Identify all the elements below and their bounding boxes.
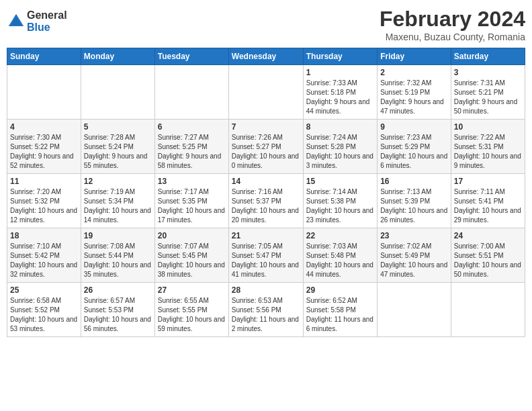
sunrise-text: Sunrise: 7:20 AM (10, 188, 61, 195)
day-number: 19 (84, 231, 152, 240)
calendar-week-3: 11Sunrise: 7:20 AMSunset: 5:32 PMDayligh… (7, 174, 525, 228)
daylight-text: Daylight: 10 hours and 35 minutes. (84, 261, 151, 278)
header-friday: Friday (378, 48, 451, 65)
sunrise-text: Sunrise: 7:22 AM (454, 134, 505, 141)
day-number: 9 (380, 122, 448, 132)
day-info: Sunrise: 7:02 AMSunset: 5:49 PMDaylight:… (380, 242, 448, 279)
calendar-cell: 4Sunrise: 7:30 AMSunset: 5:22 PMDaylight… (7, 120, 81, 174)
logo-general-text: General (27, 9, 67, 21)
day-info: Sunrise: 7:13 AMSunset: 5:39 PMDaylight:… (380, 187, 448, 225)
daylight-text: Daylight: 10 hours and 0 minutes. (232, 152, 299, 169)
calendar-table: Sunday Monday Tuesday Wednesday Thursday… (7, 48, 525, 337)
day-number: 21 (232, 231, 300, 240)
calendar-cell: 28Sunrise: 6:53 AMSunset: 5:56 PMDayligh… (228, 283, 303, 337)
calendar-week-2: 4Sunrise: 7:30 AMSunset: 5:22 PMDaylight… (7, 120, 525, 174)
daylight-text: Daylight: 10 hours and 20 minutes. (232, 207, 299, 224)
calendar-cell (154, 65, 228, 120)
header-monday: Monday (81, 48, 154, 65)
header-wednesday: Wednesday (228, 48, 303, 65)
calendar-cell: 11Sunrise: 7:20 AMSunset: 5:32 PMDayligh… (7, 174, 81, 228)
daylight-text: Daylight: 10 hours and 53 minutes. (10, 316, 77, 332)
sunrise-text: Sunrise: 6:57 AM (84, 297, 135, 304)
sunrise-text: Sunrise: 6:53 AM (232, 297, 283, 304)
day-number: 17 (454, 177, 522, 186)
calendar-cell (7, 65, 81, 120)
sunset-text: Sunset: 5:41 PM (454, 197, 504, 205)
calendar-cell: 14Sunrise: 7:16 AMSunset: 5:37 PMDayligh… (228, 174, 303, 228)
calendar-cell: 24Sunrise: 7:00 AMSunset: 5:51 PMDayligh… (451, 228, 525, 283)
day-number: 15 (306, 177, 374, 186)
calendar-week-5: 25Sunrise: 6:58 AMSunset: 5:52 PMDayligh… (7, 283, 525, 337)
calendar-cell: 13Sunrise: 7:17 AMSunset: 5:35 PMDayligh… (154, 174, 228, 228)
sunset-text: Sunset: 5:35 PM (158, 197, 208, 205)
day-info: Sunrise: 7:17 AMSunset: 5:35 PMDaylight:… (158, 187, 226, 225)
daylight-text: Daylight: 11 hours and 6 minutes. (306, 316, 373, 332)
day-number: 4 (10, 122, 78, 132)
sunset-text: Sunset: 5:24 PM (84, 143, 134, 150)
sunset-text: Sunset: 5:45 PM (158, 252, 208, 259)
sunset-text: Sunset: 5:49 PM (380, 252, 430, 259)
day-info: Sunrise: 6:53 AMSunset: 5:56 PMDaylight:… (232, 296, 300, 334)
sunset-text: Sunset: 5:58 PM (306, 306, 356, 314)
day-info: Sunrise: 7:11 AMSunset: 5:41 PMDaylight:… (454, 187, 522, 225)
month-title: February 2024 (380, 7, 525, 32)
daylight-text: Daylight: 9 hours and 52 minutes. (10, 152, 74, 169)
calendar-cell: 1Sunrise: 7:33 AMSunset: 5:18 PMDaylight… (303, 65, 377, 120)
calendar-cell: 7Sunrise: 7:26 AMSunset: 5:27 PMDaylight… (228, 120, 303, 174)
header-sunday: Sunday (7, 48, 81, 65)
calendar-week-4: 18Sunrise: 7:10 AMSunset: 5:42 PMDayligh… (7, 228, 525, 283)
header-saturday: Saturday (451, 48, 525, 65)
day-number: 12 (84, 177, 152, 186)
sunset-text: Sunset: 5:56 PM (232, 306, 281, 314)
header-tuesday: Tuesday (154, 48, 228, 65)
calendar-cell: 26Sunrise: 6:57 AMSunset: 5:53 PMDayligh… (81, 283, 154, 337)
daylight-text: Daylight: 10 hours and 26 minutes. (380, 207, 447, 224)
day-info: Sunrise: 6:55 AMSunset: 5:55 PMDaylight:… (158, 296, 226, 334)
calendar-cell: 16Sunrise: 7:13 AMSunset: 5:39 PMDayligh… (378, 174, 451, 228)
sunrise-text: Sunrise: 7:33 AM (306, 79, 357, 87)
sunset-text: Sunset: 5:48 PM (306, 252, 356, 259)
sunrise-text: Sunrise: 7:23 AM (380, 134, 431, 141)
header-row: Sunday Monday Tuesday Wednesday Thursday… (7, 48, 525, 65)
sunset-text: Sunset: 5:34 PM (84, 197, 134, 205)
sunset-text: Sunset: 5:38 PM (306, 197, 356, 205)
sunset-text: Sunset: 5:39 PM (380, 197, 430, 205)
daylight-text: Daylight: 10 hours and 9 minutes. (454, 152, 521, 169)
daylight-text: Daylight: 10 hours and 44 minutes. (306, 261, 373, 278)
calendar-cell: 19Sunrise: 7:08 AMSunset: 5:44 PMDayligh… (81, 228, 154, 283)
sunset-text: Sunset: 5:55 PM (158, 306, 208, 314)
sunset-text: Sunset: 5:52 PM (10, 306, 60, 314)
day-number: 28 (232, 285, 300, 295)
sunset-text: Sunset: 5:25 PM (158, 143, 208, 150)
calendar-header: Sunday Monday Tuesday Wednesday Thursday… (7, 48, 525, 65)
calendar-cell: 23Sunrise: 7:02 AMSunset: 5:49 PMDayligh… (378, 228, 451, 283)
day-number: 14 (232, 177, 300, 186)
calendar-cell: 21Sunrise: 7:05 AMSunset: 5:47 PMDayligh… (228, 228, 303, 283)
sunset-text: Sunset: 5:18 PM (306, 89, 356, 96)
day-info: Sunrise: 7:03 AMSunset: 5:48 PMDaylight:… (306, 242, 374, 279)
calendar-cell: 5Sunrise: 7:28 AMSunset: 5:24 PMDaylight… (81, 120, 154, 174)
sunset-text: Sunset: 5:53 PM (84, 306, 134, 314)
day-info: Sunrise: 7:08 AMSunset: 5:44 PMDaylight:… (84, 242, 152, 279)
day-number: 6 (158, 122, 226, 132)
day-number: 7 (232, 122, 300, 132)
day-info: Sunrise: 7:33 AMSunset: 5:18 PMDaylight:… (306, 79, 374, 116)
day-info: Sunrise: 7:26 AMSunset: 5:27 PMDaylight:… (232, 133, 300, 171)
daylight-text: Daylight: 10 hours and 17 minutes. (158, 207, 225, 224)
day-number: 23 (380, 231, 448, 240)
calendar-week-1: 1Sunrise: 7:33 AMSunset: 5:18 PMDaylight… (7, 65, 525, 120)
daylight-text: Daylight: 10 hours and 23 minutes. (306, 207, 373, 224)
daylight-text: Daylight: 10 hours and 56 minutes. (84, 316, 151, 332)
calendar-cell: 2Sunrise: 7:32 AMSunset: 5:19 PMDaylight… (378, 65, 451, 120)
sunrise-text: Sunrise: 7:30 AM (10, 134, 61, 141)
day-info: Sunrise: 7:30 AMSunset: 5:22 PMDaylight:… (10, 133, 78, 171)
day-number: 2 (380, 68, 448, 77)
sunrise-text: Sunrise: 7:05 AM (232, 242, 283, 250)
daylight-text: Daylight: 9 hours and 58 minutes. (158, 152, 222, 169)
daylight-text: Daylight: 10 hours and 3 minutes. (306, 152, 373, 169)
page-header: General Blue February 2024 Maxenu, Buzau… (7, 7, 525, 42)
logo: General Blue (7, 9, 67, 33)
sunrise-text: Sunrise: 6:58 AM (10, 297, 61, 304)
sunrise-text: Sunrise: 7:00 AM (454, 242, 505, 250)
calendar-cell: 6Sunrise: 7:27 AMSunset: 5:25 PMDaylight… (154, 120, 228, 174)
